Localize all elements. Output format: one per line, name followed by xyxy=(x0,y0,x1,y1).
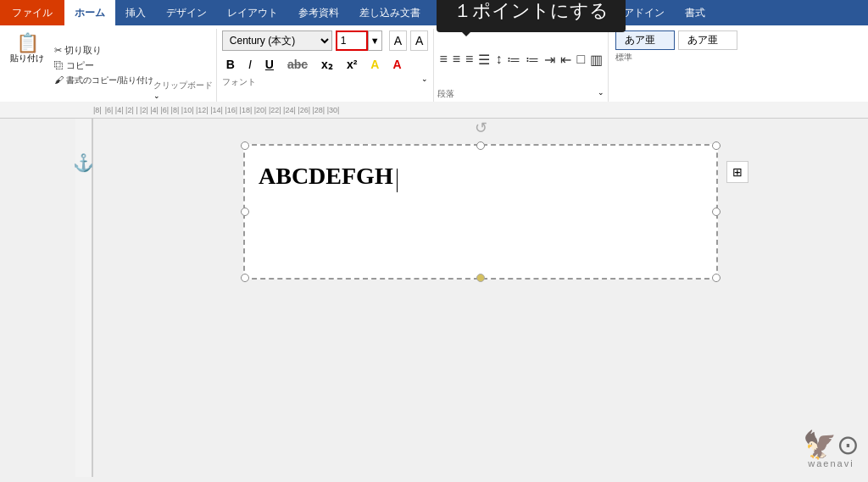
copy-icon: ⿻ xyxy=(54,60,64,70)
font-shrink-button[interactable]: A xyxy=(410,30,428,51)
handle-bottom-right[interactable] xyxy=(712,274,721,282)
handle-middle-left[interactable] xyxy=(241,208,249,216)
format-painter-icon: 🖌 xyxy=(54,75,64,85)
tab-file[interactable]: ファイル xyxy=(0,0,64,25)
layout-options-icon[interactable]: ⊞ xyxy=(726,161,748,183)
logo-image: 🦅⊙ xyxy=(803,431,860,458)
font-size-container: ▼ xyxy=(336,30,382,51)
highlight-button[interactable]: A xyxy=(366,54,383,75)
strikethrough-button[interactable]: abc xyxy=(283,54,312,75)
paste-button[interactable]: 📋 貼り付け xyxy=(3,30,51,100)
border-icon[interactable]: □ xyxy=(575,50,587,69)
style-standard[interactable]: あア亜 xyxy=(615,30,675,50)
clipboard-expand-icon[interactable]: ⌄ xyxy=(153,91,213,100)
paragraph-expand-icon[interactable]: ⌄ xyxy=(598,88,604,100)
tooltip-balloon: １ポイントにする xyxy=(437,0,626,32)
tab-mailings[interactable]: 差し込み文書 xyxy=(349,0,431,25)
ruler-inner: |8| |6| |4| |2| | |2| |4| |6| |8| |10| |… xyxy=(0,102,868,118)
scissors-icon: ✂ xyxy=(54,45,62,55)
font-row1: Century (本文) ▼ １ポイントにする A A xyxy=(222,30,429,51)
font-expand-icon[interactable]: ⌄ xyxy=(421,75,428,88)
document-canvas[interactable]: ⚓ ↺ ABCDEFGH ⊞ xyxy=(93,119,868,477)
styles-row: あア亜 あア亜 xyxy=(615,30,737,52)
paste-label: 貼り付け xyxy=(10,53,44,64)
font-group-footer: フォント ⌄ xyxy=(222,75,429,88)
font-size-dropdown-button[interactable]: ▼ xyxy=(368,30,382,51)
strikethrough-icon: abc xyxy=(287,58,308,71)
ribbon: 📋 貼り付け ✂ 切り取り ⿻ コピー 🖌 書式のコピー/貼り付け クリップボー… xyxy=(0,25,868,102)
handle-bottom-left[interactable] xyxy=(241,274,249,282)
anchor-icon[interactable]: ⚓ xyxy=(73,152,94,173)
style-heading-preview: あア亜 xyxy=(687,34,718,46)
tab-references[interactable]: 参考資料 xyxy=(288,0,349,25)
text-box[interactable]: ABCDEFGH xyxy=(243,144,718,280)
outdent-icon[interactable]: ⇤ xyxy=(559,50,573,69)
ruler-marks: |6| |4| |2| | |2| |4| |6| |8| |10| |12| … xyxy=(105,106,340,114)
shading-icon[interactable]: ▥ xyxy=(588,50,604,69)
ruler-left-marker: |8| xyxy=(93,106,105,114)
tab-row: ファイル ホーム 挿入 デザイン レイアウト 参考資料 差し込み文書 校閲 表示… xyxy=(0,0,868,25)
format-painter-button[interactable]: 🖌 書式のコピー/貼り付け xyxy=(54,75,153,86)
tab-insert[interactable]: 挿入 xyxy=(115,0,156,25)
font-row2: B I U abc x₂ x² A A xyxy=(222,54,429,75)
align-right-icon[interactable]: ≡ xyxy=(464,50,475,69)
numbered-list-icon[interactable]: ≔ xyxy=(524,50,541,69)
rotate-handle[interactable]: ↺ xyxy=(475,119,487,137)
clipboard-small-actions: ✂ 切り取り ⿻ コピー 🖌 書式のコピー/貼り付け xyxy=(51,30,153,100)
cut-button[interactable]: ✂ 切り取り xyxy=(54,44,153,57)
font-color-button[interactable]: A xyxy=(388,54,405,75)
clipboard-group: 📋 貼り付け ✂ 切り取り ⿻ コピー 🖌 書式のコピー/貼り付け クリップボー… xyxy=(0,29,217,102)
copy-button[interactable]: ⿻ コピー xyxy=(54,59,153,72)
paragraph-label: 段落 xyxy=(437,88,454,100)
indent-icon[interactable]: ⇥ xyxy=(542,50,557,69)
tab-layout[interactable]: レイアウト xyxy=(217,0,288,25)
superscript-button[interactable]: x² xyxy=(342,54,361,75)
handle-top-center[interactable] xyxy=(476,141,485,150)
text-cursor xyxy=(397,169,398,192)
line-spacing-icon[interactable]: ↕ xyxy=(493,50,504,69)
style-label: 標準 xyxy=(615,52,632,64)
font-group-label: フォント xyxy=(222,76,256,88)
paste-icon: 📋 xyxy=(16,34,39,53)
font-name-select[interactable]: Century (本文) xyxy=(222,30,332,51)
tab-design[interactable]: デザイン xyxy=(156,0,217,25)
tab-home[interactable]: ホーム xyxy=(64,0,115,25)
text-box-container: ↺ ABCDEFGH ⊞ xyxy=(243,144,718,280)
handle-bottom-center[interactable] xyxy=(476,274,485,282)
logo-text: waenavi xyxy=(803,458,860,468)
bold-button[interactable]: B xyxy=(222,54,239,75)
style-aa-preview: あア亜 xyxy=(625,34,655,46)
bullet-list-icon[interactable]: ≔ xyxy=(505,50,522,69)
handle-top-left[interactable] xyxy=(241,141,249,150)
font-group: Century (本文) ▼ １ポイントにする A A B I U abc x₂ xyxy=(217,29,435,102)
layout-icon-symbol: ⊞ xyxy=(732,165,743,179)
paragraph-footer: 段落 ⌄ xyxy=(437,88,604,100)
font-size-input[interactable] xyxy=(336,30,368,51)
paragraph-group: ≡ ≡ ≡ ☰ ↕ ≔ ≔ ⇥ ⇤ □ ▥ 段落 ⌄ xyxy=(434,29,609,102)
tab-format[interactable]: 書式 xyxy=(675,0,715,25)
align-left-icon[interactable]: ≡ xyxy=(437,50,448,69)
clipboard-label: クリップボード xyxy=(153,80,213,91)
underline-button[interactable]: U xyxy=(261,54,278,75)
handle-middle-right[interactable] xyxy=(712,208,721,216)
watermark: 🦅⊙ waenavi xyxy=(803,431,860,468)
styles-group: あア亜 あア亜 標準 xyxy=(609,29,744,102)
style-heading[interactable]: あア亜 xyxy=(678,30,737,50)
document-area: ⚓ ↺ ABCDEFGH ⊞ xyxy=(0,119,868,477)
font-grow-button[interactable]: A xyxy=(389,30,407,51)
tooltip-text: １ポイントにする xyxy=(453,0,609,21)
subscript-button[interactable]: x₂ xyxy=(317,54,337,75)
handle-top-right[interactable] xyxy=(712,141,721,150)
italic-button[interactable]: I xyxy=(244,54,256,75)
clipboard-expand: クリップボード ⌄ xyxy=(153,30,213,100)
justify-icon[interactable]: ☰ xyxy=(476,50,492,69)
align-center-icon[interactable]: ≡ xyxy=(451,50,462,69)
ruler: |8| |6| |4| |2| | |2| |4| |6| |8| |10| |… xyxy=(0,102,868,119)
text-content: ABCDEFGH xyxy=(259,163,393,189)
